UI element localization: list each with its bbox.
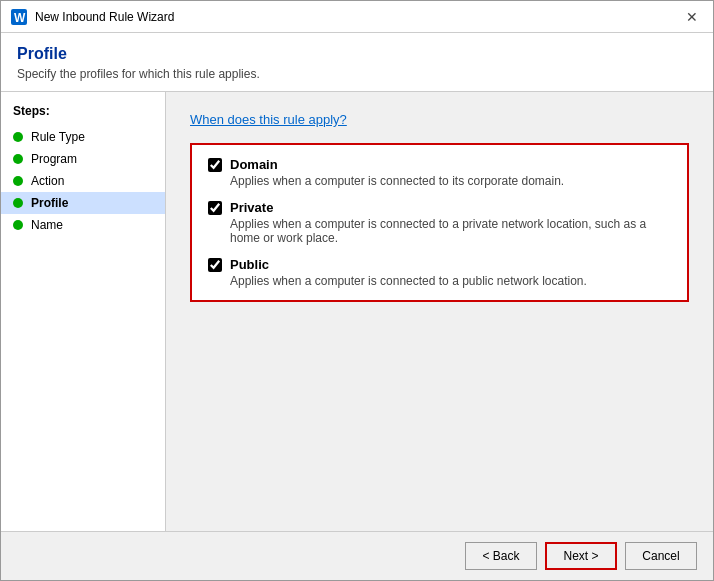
checkbox-domain[interactable] [208,158,222,172]
sidebar-item-program[interactable]: Program [1,148,165,170]
title-bar: W New Inbound Rule Wizard ✕ [1,1,713,33]
window-title: New Inbound Rule Wizard [35,10,679,24]
checkbox-public[interactable] [208,258,222,272]
option-domain-desc: Applies when a computer is connected to … [230,174,671,188]
step-dot-action [13,176,23,186]
sidebar-item-profile[interactable]: Profile [1,192,165,214]
when-label[interactable]: When does this rule apply? [190,112,689,127]
close-button[interactable]: ✕ [679,4,705,30]
step-dot-profile [13,198,23,208]
wizard-icon: W [9,7,29,27]
steps-label: Steps: [1,104,165,126]
footer: < Back Next > Cancel [1,531,713,580]
option-private-desc: Applies when a computer is connected to … [230,217,671,245]
step-label-program: Program [31,152,77,166]
option-private: Private Applies when a computer is conne… [208,200,671,245]
option-public-title: Public [230,257,269,272]
checkbox-private[interactable] [208,201,222,215]
back-button[interactable]: < Back [465,542,537,570]
cancel-button[interactable]: Cancel [625,542,697,570]
option-public-desc: Applies when a computer is connected to … [230,274,671,288]
sidebar-item-rule-type[interactable]: Rule Type [1,126,165,148]
step-label-name: Name [31,218,63,232]
sidebar-item-name[interactable]: Name [1,214,165,236]
step-dot-rule-type [13,132,23,142]
page-title: Profile [17,45,697,63]
wizard-window: W New Inbound Rule Wizard ✕ Profile Spec… [0,0,714,581]
step-dot-name [13,220,23,230]
step-label-rule-type: Rule Type [31,130,85,144]
step-dot-program [13,154,23,164]
main-content: When does this rule apply? Domain Applie… [166,92,713,531]
option-private-title: Private [230,200,273,215]
option-domain-title: Domain [230,157,278,172]
step-label-profile: Profile [31,196,68,210]
sidebar-item-action[interactable]: Action [1,170,165,192]
option-public-row: Public [208,257,671,272]
option-public: Public Applies when a computer is connec… [208,257,671,288]
option-domain: Domain Applies when a computer is connec… [208,157,671,188]
option-private-row: Private [208,200,671,215]
sidebar: Steps: Rule Type Program Action Profile … [1,92,166,531]
page-header: Profile Specify the profiles for which t… [1,33,713,92]
page-subtitle: Specify the profiles for which this rule… [17,67,697,81]
svg-text:W: W [14,11,26,25]
next-button[interactable]: Next > [545,542,617,570]
option-domain-row: Domain [208,157,671,172]
content-area: Steps: Rule Type Program Action Profile … [1,92,713,531]
options-box: Domain Applies when a computer is connec… [190,143,689,302]
step-label-action: Action [31,174,64,188]
